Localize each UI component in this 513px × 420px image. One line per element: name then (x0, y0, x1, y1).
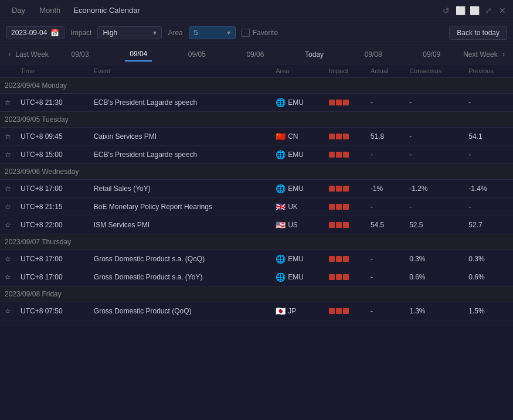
impact-bar (343, 308, 349, 314)
close-icon[interactable]: ✕ (498, 6, 507, 15)
area-name: UK (288, 203, 298, 211)
prev-arrow[interactable]: ‹ (6, 50, 13, 59)
impact-bar (329, 274, 335, 280)
event-cell: ISM Services PMI (89, 216, 271, 234)
time-cell: UTC+8 17:00 (16, 180, 89, 198)
star-cell: ☆ (0, 146, 16, 164)
event-cell: ECB's President Lagarde speech (89, 146, 271, 164)
impact-bar (336, 222, 342, 228)
date-group-row: 2023/09/05 Tuesday (0, 112, 513, 128)
calendar-table: TimeEventAreaImpactActualConsensusPrevio… (0, 64, 513, 320)
back-to-today-button[interactable]: Back to today (449, 26, 507, 40)
date-group-label: 2023/09/07 Thursday (0, 234, 513, 250)
impact-cell (324, 250, 366, 268)
tab-month[interactable]: Month (33, 4, 66, 16)
table-row[interactable]: ☆UTC+8 09:45Caixin Services PMI🇨🇳CN51.8-… (0, 128, 513, 146)
date-picker[interactable]: 2023-09-04 📅 (6, 26, 64, 39)
consensus-cell: - (405, 94, 464, 112)
impact-cell (324, 268, 366, 286)
area-cell: 🇬🇧UK (271, 198, 324, 216)
nav-date-09-05[interactable]: 09/05 (184, 48, 210, 61)
previous-cell: -1.4% (464, 180, 513, 198)
nav-date-Today[interactable]: Today (300, 48, 328, 61)
impact-bars (329, 204, 361, 210)
impact-bar (329, 308, 335, 314)
impact-dropdown[interactable]: High ▾ (97, 26, 162, 39)
nav-date-09-09[interactable]: 09/09 (418, 48, 445, 61)
actual-cell: - (366, 268, 405, 286)
info-icon[interactable]: ⬜ (456, 6, 465, 15)
date-group-label: 2023/09/06 Wednesday (0, 164, 513, 180)
actual-cell: -1% (366, 180, 405, 198)
col-header-Area: Area (271, 64, 324, 78)
favorite-filter[interactable]: Favorite (242, 29, 278, 37)
title-bar: Day Month Economic Calendar ↺ ⬜ ⬜ ⤢ ✕ (0, 0, 513, 21)
window-icon[interactable]: ⬜ (470, 6, 479, 15)
area-cell: 🇺🇸US (271, 216, 324, 234)
consensus-cell: - (405, 198, 464, 216)
table-row[interactable]: ☆UTC+8 17:00Gross Domestic Product s.a. … (0, 268, 513, 286)
next-arrow[interactable]: › (500, 50, 507, 59)
time-cell: UTC+8 17:00 (16, 268, 89, 286)
nav-date-09-06[interactable]: 09/06 (242, 48, 269, 61)
impact-cell (324, 128, 366, 146)
impact-cell (324, 198, 366, 216)
previous-cell: 0.6% (464, 268, 513, 286)
previous-cell: 1.5% (464, 302, 513, 320)
actual-cell: - (366, 302, 405, 320)
next-week-label[interactable]: Next Week (461, 50, 500, 59)
impact-bar (329, 100, 335, 105)
last-week-label[interactable]: Last Week (13, 50, 50, 59)
nav-date-09-03[interactable]: 09/03 (67, 48, 94, 61)
nav-date-09-04[interactable]: 09/04 (125, 47, 152, 62)
refresh-icon[interactable]: ↺ (441, 6, 451, 15)
star-cell: ☆ (0, 216, 16, 234)
area-dropdown[interactable]: 5 ▾ (189, 26, 236, 39)
event-cell: Caixin Services PMI (89, 128, 271, 146)
flag-icon: 🇺🇸 (276, 220, 286, 230)
table-row[interactable]: ☆UTC+8 07:50Gross Domestic Product (QoQ)… (0, 302, 513, 320)
area-name: EMU (288, 151, 304, 159)
area-cell: 🌐EMU (271, 180, 324, 198)
star-cell: ☆ (0, 302, 16, 320)
impact-value: High (103, 29, 117, 37)
favorite-checkbox[interactable] (242, 29, 250, 37)
consensus-cell: 52.5 (405, 216, 464, 234)
flag-icon: 🇯🇵 (276, 306, 286, 316)
impact-bar (343, 152, 349, 158)
event-cell: BoE Monetary Policy Report Hearings (89, 198, 271, 216)
consensus-cell: 0.6% (405, 268, 464, 286)
consensus-cell: 0.3% (405, 250, 464, 268)
nav-date-09-08[interactable]: 09/08 (360, 48, 387, 61)
table-row[interactable]: ☆UTC+8 21:15BoE Monetary Policy Report H… (0, 198, 513, 216)
tab-day[interactable]: Day (6, 4, 31, 16)
impact-bar (343, 274, 349, 280)
table-row[interactable]: ☆UTC+8 15:00ECB's President Lagarde spee… (0, 146, 513, 164)
impact-bar (336, 204, 342, 210)
star-cell: ☆ (0, 180, 16, 198)
window-controls: ↺ ⬜ ⬜ ⤢ ✕ (441, 6, 507, 15)
chevron-down-icon: ▾ (153, 29, 157, 37)
expand-icon[interactable]: ⤢ (484, 6, 493, 15)
date-group-row: 2023/09/08 Friday (0, 286, 513, 302)
date-group-label: 2023/09/05 Tuesday (0, 112, 513, 128)
previous-cell: 54.1 (464, 128, 513, 146)
previous-cell: 0.3% (464, 250, 513, 268)
impact-bar (329, 256, 335, 262)
table-row[interactable]: ☆UTC+8 22:00ISM Services PMI🇺🇸US54.552.5… (0, 216, 513, 234)
col-header-Consensus: Consensus (405, 64, 464, 78)
table-row[interactable]: ☆UTC+8 21:30ECB's President Lagarde spee… (0, 94, 513, 112)
actual-cell: - (366, 146, 405, 164)
table-row[interactable]: ☆UTC+8 17:00Retail Sales (YoY)🌐EMU-1%-1.… (0, 180, 513, 198)
table-row[interactable]: ☆UTC+8 17:00Gross Domestic Product s.a. … (0, 250, 513, 268)
consensus-cell: - (405, 128, 464, 146)
event-cell: ECB's President Lagarde speech (89, 94, 271, 112)
impact-cell (324, 302, 366, 320)
previous-cell: - (464, 146, 513, 164)
time-cell: UTC+8 21:30 (16, 94, 89, 112)
impact-bar (343, 100, 349, 105)
impact-bar (343, 204, 349, 210)
impact-bars (329, 186, 361, 192)
previous-cell: - (464, 198, 513, 216)
impact-bar (336, 152, 342, 158)
